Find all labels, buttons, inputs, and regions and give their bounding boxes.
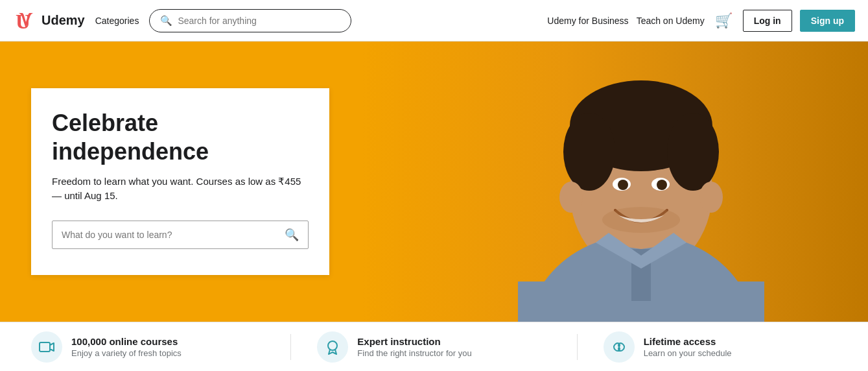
- svg-point-17: [328, 341, 337, 350]
- svg-point-15: [699, 182, 723, 213]
- feature-lifetime: Lifetime access Learn on your schedule: [604, 331, 837, 363]
- lifetime-text: Lifetime access Learn on your schedule: [644, 336, 732, 358]
- features-bar: 100,000 online courses Enjoy a variety o…: [0, 322, 868, 371]
- logo-text: Udemy: [41, 13, 85, 28]
- feature-divider-1: [290, 334, 291, 360]
- svg-point-6: [667, 113, 719, 191]
- login-button[interactable]: Log in: [743, 10, 792, 32]
- courses-subtitle: Enjoy a variety of fresh topics: [71, 348, 182, 358]
- svg-point-11: [602, 207, 680, 233]
- lifetime-icon-wrap: [604, 331, 635, 363]
- instruction-title: Expert instruction: [357, 336, 471, 347]
- svg-point-5: [563, 113, 615, 191]
- hero-search-icon[interactable]: 🔍: [285, 228, 299, 242]
- business-link[interactable]: Udemy for Business: [547, 16, 628, 26]
- hero-search-bar[interactable]: 🔍: [52, 221, 309, 249]
- instruction-icon-wrap: [317, 331, 348, 363]
- feature-courses: 100,000 online courses Enjoy a variety o…: [31, 331, 264, 363]
- feature-divider-2: [577, 334, 578, 360]
- feature-instruction: Expert instruction Find the right instru…: [317, 331, 550, 363]
- hero-title: Celebrate independence: [52, 109, 309, 165]
- instruction-text: Expert instruction Find the right instru…: [357, 336, 471, 358]
- navbar: U Udemy Categories 🔍 Udemy for Business …: [0, 0, 868, 42]
- infinity-icon: [611, 339, 628, 355]
- logo[interactable]: U Udemy: [13, 8, 85, 34]
- search-bar[interactable]: 🔍: [149, 9, 351, 32]
- signup-button[interactable]: Sign up: [800, 10, 855, 32]
- search-input[interactable]: [178, 16, 340, 26]
- courses-text: 100,000 online courses Enjoy a variety o…: [71, 336, 182, 358]
- svg-point-10: [657, 180, 667, 190]
- udemy-logo-icon: U: [13, 8, 39, 34]
- cart-icon[interactable]: 🛒: [712, 10, 735, 32]
- teach-link[interactable]: Teach on Udemy: [637, 16, 705, 26]
- search-icon: 🔍: [160, 15, 172, 27]
- courses-icon-wrap: [31, 331, 62, 363]
- hero-subtitle: Freedom to learn what you want. Courses …: [52, 174, 309, 204]
- video-icon: [38, 339, 55, 355]
- hero-search-input[interactable]: [62, 230, 278, 240]
- hero-card: Celebrate independence Freedom to learn …: [31, 88, 329, 274]
- award-icon: [324, 339, 341, 355]
- svg-point-14: [559, 182, 583, 213]
- svg-rect-16: [40, 342, 50, 352]
- courses-title: 100,000 online courses: [71, 336, 182, 347]
- lifetime-title: Lifetime access: [644, 336, 732, 347]
- lifetime-subtitle: Learn on your schedule: [644, 348, 732, 358]
- instruction-subtitle: Find the right instructor for you: [357, 348, 471, 358]
- hero-section: Celebrate independence Freedom to learn …: [0, 42, 868, 322]
- hero-person-bg: [362, 42, 868, 322]
- hero-person-illustration: [362, 42, 868, 322]
- svg-text:U: U: [16, 10, 30, 33]
- svg-point-9: [618, 180, 628, 190]
- categories-link[interactable]: Categories: [93, 13, 142, 29]
